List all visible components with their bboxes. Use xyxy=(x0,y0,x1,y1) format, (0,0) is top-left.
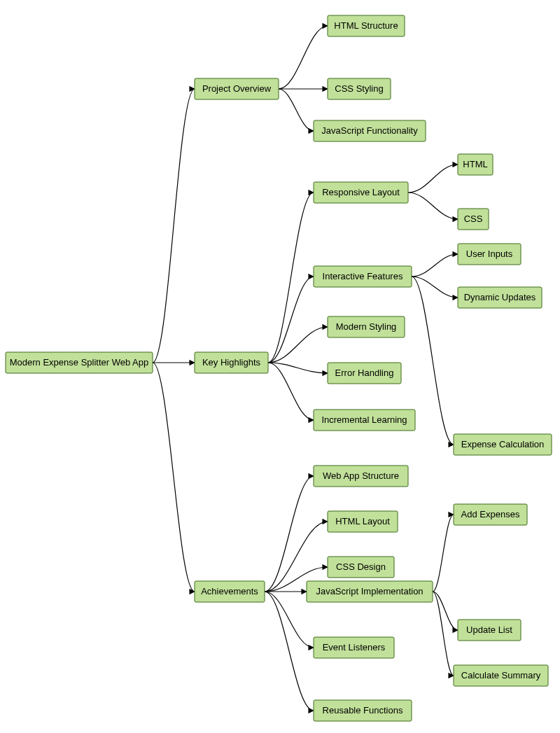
node-project_overview: Project Overview xyxy=(195,78,279,99)
node-label-html: HTML xyxy=(463,159,487,169)
node-label-incremental: Incremental Learning xyxy=(321,414,407,425)
node-html_layout: HTML Layout xyxy=(328,511,398,532)
node-label-root: Modern Expense Splitter Web App xyxy=(10,357,149,368)
node-error_handling: Error Handling xyxy=(328,363,401,384)
node-web_app_struct: Web App Structure xyxy=(314,466,408,487)
edge-root-project_overview xyxy=(153,89,195,363)
edge-key_highlights-modern_styling xyxy=(268,327,328,363)
node-label-web_app_struct: Web App Structure xyxy=(323,470,399,481)
node-user_inputs: User Inputs xyxy=(458,244,521,265)
node-label-modern_styling: Modern Styling xyxy=(336,321,397,332)
node-label-update_list: Update List xyxy=(466,624,512,635)
node-css_design: CSS Design xyxy=(328,557,394,578)
node-html: HTML xyxy=(458,154,493,175)
node-expense_calc: Expense Calculation xyxy=(454,434,552,455)
node-html_structure: HTML Structure xyxy=(328,15,405,36)
node-label-reusable_fns: Reusable Functions xyxy=(323,705,403,715)
edge-interactive-user_inputs xyxy=(412,254,458,277)
edge-js_impl-add_expenses xyxy=(433,515,454,592)
node-update_list: Update List xyxy=(458,620,521,641)
node-label-css_design: CSS Design xyxy=(336,561,386,572)
node-key_highlights: Key Highlights xyxy=(195,352,268,373)
node-label-event_listeners: Event Listeners xyxy=(323,642,386,652)
node-add_expenses: Add Expenses xyxy=(454,504,527,525)
node-modern_styling: Modern Styling xyxy=(328,316,405,337)
node-label-js_functionality: JavaScript Functionality xyxy=(321,125,418,136)
edge-interactive-expense_calc xyxy=(412,277,454,445)
node-calc_summary: Calculate Summary xyxy=(454,665,548,686)
node-label-html_layout: HTML Layout xyxy=(335,516,390,526)
node-label-add_expenses: Add Expenses xyxy=(461,509,520,519)
node-label-css: CSS xyxy=(464,214,483,224)
node-root: Modern Expense Splitter Web App xyxy=(6,352,153,373)
node-label-interactive: Interactive Features xyxy=(323,271,403,281)
node-label-achievements: Achievements xyxy=(201,586,258,596)
node-label-project_overview: Project Overview xyxy=(202,83,272,94)
node-event_listeners: Event Listeners xyxy=(314,637,394,658)
node-label-dynamic_updates: Dynamic Updates xyxy=(464,292,536,302)
edge-key_highlights-interactive xyxy=(268,277,314,363)
node-interactive: Interactive Features xyxy=(314,266,412,287)
node-reusable_fns: Reusable Functions xyxy=(314,700,412,721)
node-css: CSS xyxy=(458,209,489,230)
edge-responsive_layout-css xyxy=(408,193,458,219)
node-label-js_impl: JavaScript Implementation xyxy=(316,586,423,596)
edge-achievements-web_app_struct xyxy=(265,476,314,592)
node-js_impl: JavaScript Implementation xyxy=(307,581,433,602)
node-incremental: Incremental Learning xyxy=(314,410,415,431)
node-label-css_styling: CSS Styling xyxy=(335,83,383,94)
node-label-html_structure: HTML Structure xyxy=(334,20,398,31)
node-responsive_layout: Responsive Layout xyxy=(314,182,408,203)
node-label-key_highlights: Key Highlights xyxy=(202,357,261,368)
edge-project_overview-js_functionality xyxy=(279,89,314,131)
edge-js_impl-calc_summary xyxy=(433,592,454,676)
node-label-expense_calc: Expense Calculation xyxy=(461,439,545,449)
node-label-responsive_layout: Responsive Layout xyxy=(322,187,400,197)
edge-key_highlights-incremental xyxy=(268,363,314,420)
edge-responsive_layout-html xyxy=(408,165,458,193)
edge-key_highlights-responsive_layout xyxy=(268,193,314,363)
node-achievements: Achievements xyxy=(195,581,265,602)
concept-map: Modern Expense Splitter Web AppProject O… xyxy=(0,0,560,733)
node-dynamic_updates: Dynamic Updates xyxy=(458,287,542,308)
node-label-error_handling: Error Handling xyxy=(335,368,394,378)
node-js_functionality: JavaScript Functionality xyxy=(314,120,426,141)
edge-root-achievements xyxy=(153,363,195,592)
edge-project_overview-html_structure xyxy=(279,26,328,89)
node-css_styling: CSS Styling xyxy=(328,78,391,99)
edge-achievements-reusable_fns xyxy=(265,592,314,711)
node-label-user_inputs: User Inputs xyxy=(466,249,513,259)
node-label-calc_summary: Calculate Summary xyxy=(461,670,541,680)
